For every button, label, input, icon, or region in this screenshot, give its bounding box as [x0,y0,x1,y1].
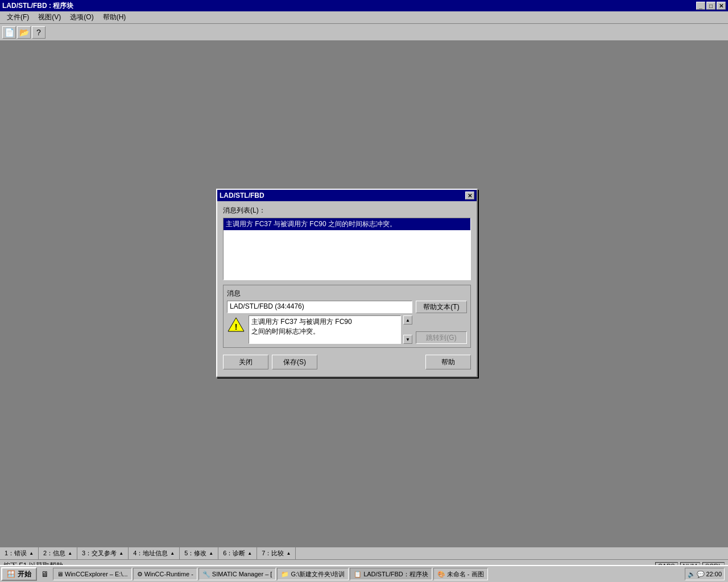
tray-icon-2: 💬 [697,571,705,578]
scroll-up-button[interactable]: ▲ [403,315,412,325]
taskbar-app-wincc-label: WinCCExplorer – E:\... [65,571,128,577]
minimize-button[interactable]: _ [696,2,705,10]
dialog-body: 消息列表(L)： 主调用方 FC37 与被调用方 FC90 之间的时间标志冲突。… [217,201,477,376]
status-tab-4[interactable]: 4：地址信息 [129,547,180,559]
message-section-label: 消息 [227,289,467,298]
status-tab-5[interactable]: 5：修改 [180,547,218,559]
save-dialog-button[interactable]: 保存(S) [272,355,317,369]
message-detail-row: LAD/STL/FBD (34:4476) 帮助文本(T) [227,301,467,313]
taskbar-app-runtime-label: WinCC-Runtime - [144,571,193,577]
system-tray: 🔊 💬 22:00 [685,568,725,580]
message-list-box[interactable]: 主调用方 FC37 与被调用方 FC90 之间的时间标志冲突。 [223,218,471,280]
menu-file[interactable]: 文件(F) [2,11,34,23]
message-text-box: 主调用方 FC37 与被调用方 FC90 之间的时间标志冲突。 [249,315,401,344]
message-list-item[interactable]: 主调用方 FC37 与被调用方 FC90 之间的时间标志冲突。 [224,218,470,230]
warning-text-line1: 主调用方 FC37 与被调用方 FC90 [251,317,398,327]
dialog-title-bar: LAD/STL/FBD ✕ [217,190,477,201]
new-button[interactable]: 📄 [2,26,16,39]
message-section: 消息 LAD/STL/FBD (34:4476) 帮助文本(T) ! [223,285,471,348]
taskbar-icon-1: 🖥 [38,567,52,581]
status-tab-7[interactable]: 7：比较 [257,547,296,559]
warning-icon: ! [227,315,245,334]
start-button[interactable]: 🪟 开始 [1,567,37,581]
close-button[interactable]: ✕ [717,2,726,10]
menu-view[interactable]: 视图(V) [34,11,65,23]
taskbar-app-folder[interactable]: 📁 G:\新建文件夹\培训 [277,568,349,580]
tray-icon-1: 🔊 [688,571,696,578]
menu-help[interactable]: 帮助(H) [98,11,131,23]
status-tab-3[interactable]: 3：交叉参考 [77,547,129,559]
toolbar: 📄 📂 ? [0,24,728,41]
message-list-label: 消息列表(L)： [223,206,471,215]
open-button[interactable]: 📂 [17,26,31,39]
window-controls[interactable]: _ □ ✕ [696,2,726,10]
menu-bar: 文件(F) 视图(V) 选项(O) 帮助(H) [0,11,728,24]
taskbar-app-paint-label: 未命名 - 画图 [447,570,484,579]
help-button[interactable]: ? [32,26,46,39]
svg-text:!: ! [235,322,238,331]
status-tabs-bar: 1：错误 2：信息 3：交叉参考 4：地址信息 5：修改 6：诊断 7：比较 [0,547,728,559]
taskbar-app-lad[interactable]: 📋 LAD/STL/FBD：程序块 [350,568,432,580]
message-scrollbar: ▲ ▼ [403,315,412,344]
taskbar-app-wincc[interactable]: 🖥 WinCCExplorer – E:\... [53,568,132,580]
taskbar-app-paint[interactable]: 🎨 未命名 - 画图 [433,568,488,580]
dialog-title: LAD/STL/FBD [220,192,465,199]
help-text-button[interactable]: 帮助文本(T) [416,301,467,313]
taskbar-app-lad-label: LAD/STL/FBD：程序块 [363,570,428,579]
message-detail-content: ! 主调用方 FC37 与被调用方 FC90 之间的时间标志冲突。 ▲ ▼ [227,315,467,344]
start-label: 开始 [18,569,31,579]
status-tab-2[interactable]: 2：信息 [39,547,77,559]
window-title-bar: LAD/STL/FBD : 程序块 _ □ ✕ [0,0,728,11]
goto-button[interactable]: 跳转到(G) [416,331,467,344]
message-code-field: LAD/STL/FBD (34:4476) [227,301,412,313]
taskbar-right: 🔊 💬 22:00 [685,568,727,580]
clock: 22:00 [706,571,722,577]
close-dialog-button[interactable]: 关闭 [223,355,268,369]
dialog-close-icon[interactable]: ✕ [465,192,474,199]
taskbar: 🪟 开始 🖥 🖥 WinCCExplorer – E:\... ⚙ WinCC-… [0,565,728,582]
window-title: LAD/STL/FBD : 程序块 [2,1,696,11]
help-dialog-button[interactable]: 帮助 [425,355,471,369]
taskbar-app-simatic-label: SIMATIC Manager – [ [212,571,272,577]
status-tab-1[interactable]: 1：错误 [0,547,39,559]
taskbar-app-runtime[interactable]: ⚙ WinCC-Runtime - [133,568,197,580]
status-tab-6[interactable]: 6：诊断 [218,547,257,559]
taskbar-app-simatic[interactable]: 🔧 SIMATIC Manager – [ [198,568,276,580]
dialog-buttons: 关闭 保存(S) 帮助 [223,352,471,372]
dialog-box: LAD/STL/FBD ✕ 消息列表(L)： 主调用方 FC37 与被调用方 F… [216,189,478,377]
scroll-down-button[interactable]: ▼ [403,335,412,344]
main-area: LAD/STL/FBD ✕ 消息列表(L)： 主调用方 FC37 与被调用方 F… [0,41,728,537]
taskbar-app-folder-label: G:\新建文件夹\培训 [291,570,345,579]
menu-options[interactable]: 选项(O) [65,11,98,23]
maximize-button[interactable]: □ [706,2,715,10]
warning-text-line2: 之间的时间标志冲突。 [251,327,398,336]
